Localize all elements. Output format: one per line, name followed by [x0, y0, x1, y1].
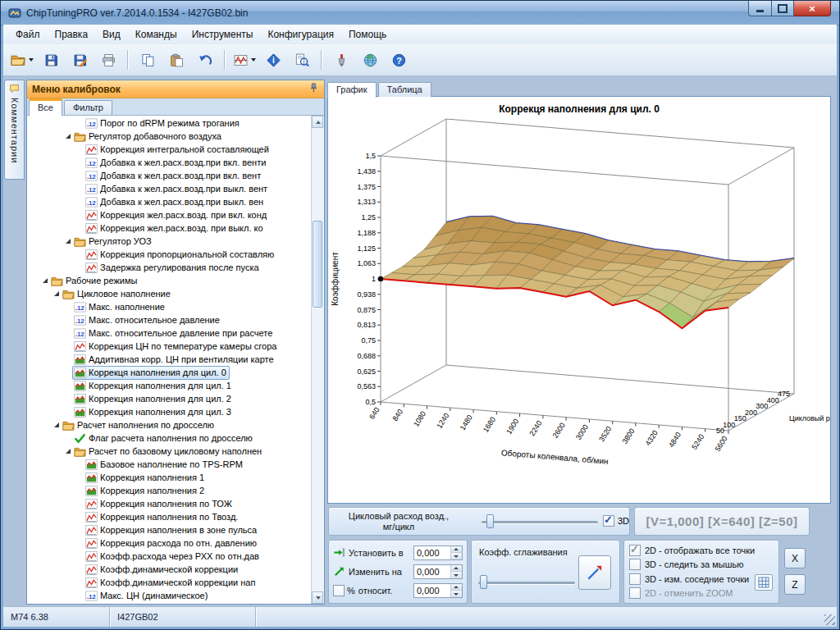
expand-arrow-icon[interactable] [52, 422, 61, 427]
tree-item[interactable]: Коррекция наполнения по ТОЖ [27, 497, 312, 510]
tab-график[interactable]: График [327, 82, 377, 98]
option-checkbox[interactable]: 2D - отображать все точки [629, 543, 774, 558]
tree-item[interactable]: .12Макс. ЦН (динамическое) [27, 589, 312, 602]
smoothing-slider[interactable] [478, 575, 575, 590]
menu-item[interactable]: Команды [128, 26, 185, 43]
tree-item[interactable]: Коррекция наполнения по Твозд. [27, 510, 312, 523]
oscillogram-button[interactable] [231, 48, 258, 71]
tree-item[interactable]: .12Макс. относительное давление при расч… [27, 326, 312, 340]
neighbor-points-grid-button[interactable] [755, 574, 773, 591]
surface-chart[interactable]: 0,50,5630,6250,6880,750,8130,8750,93811,… [328, 97, 830, 503]
tree-item[interactable]: Расчет наполнения по дросселю [27, 418, 312, 431]
percent-value[interactable]: 0,000 [414, 584, 450, 597]
spin-up[interactable] [451, 546, 462, 554]
internet-button[interactable] [356, 48, 384, 71]
change-by-value[interactable]: 0,000 [414, 565, 450, 578]
tree-item[interactable]: Коррекция пропорциональной составляю [27, 248, 312, 261]
title-bar[interactable]: ChipTuningPRO ver.7.2014.0.1534 - I427GB… [1, 1, 839, 25]
menu-item[interactable]: Файл [8, 26, 48, 43]
x-axis-button[interactable]: X [784, 548, 806, 568]
tree-item[interactable]: Цикловое наполнение [27, 287, 312, 300]
info-button[interactable]: i [259, 48, 287, 71]
tools-button[interactable] [327, 48, 355, 71]
dropdown-arrow-icon[interactable] [29, 58, 34, 62]
option-checkbox[interactable]: 2D - отменить ZOOM [629, 587, 774, 601]
tree-item[interactable]: .12Добавка к жел.расх.возд.при выкл. вен… [27, 182, 312, 195]
paste-button[interactable] [162, 48, 190, 71]
tree-item[interactable]: Коррекция наполнения в зоне пульса [27, 523, 312, 536]
comments-side-tab[interactable]: Комментарии [4, 80, 25, 180]
tree-item[interactable]: Коррекция наполнения для цил. 1 [27, 379, 312, 392]
save-as-button[interactable] [66, 48, 94, 71]
expand-arrow-icon[interactable] [52, 291, 61, 296]
tree-item[interactable]: .12Добавка к жел.расх.возд.при вкл. вент [27, 169, 312, 182]
menu-item[interactable]: Вид [95, 26, 128, 43]
tree-item[interactable]: Коэфф.динамической коррекции нап [27, 576, 312, 589]
tree-item[interactable]: Коэфф.динамической коррекции [27, 563, 312, 576]
spin-down[interactable] [451, 591, 462, 597]
tree-item[interactable]: Базовое наполнение по TPS-RPM [27, 458, 312, 471]
tab-все[interactable]: Все [29, 98, 62, 116]
tree-item[interactable]: .12Порог по dRPM режима трогания [27, 116, 312, 130]
tree-item[interactable]: Коррекция наполнения для цил. 3 [27, 405, 312, 418]
open-file-button[interactable] [8, 48, 36, 71]
percent-spinner[interactable]: 0,000 [413, 583, 463, 598]
menu-item[interactable]: Инструменты [185, 26, 261, 43]
tree-item[interactable]: Коррекция наполнения 1 [27, 471, 312, 484]
tree-item[interactable]: Коррекция наполнения для цил. 2 [27, 392, 312, 405]
expand-arrow-icon[interactable] [63, 134, 72, 139]
tree-item[interactable]: .12Макс. наполнение [27, 300, 312, 313]
tree-scrollbar[interactable] [311, 116, 324, 604]
tree-item[interactable]: Регулятор добавочного воздуха [27, 130, 312, 143]
undo-button[interactable] [191, 48, 219, 71]
menu-item[interactable]: Правка [48, 26, 96, 43]
expand-arrow-icon[interactable] [40, 278, 49, 283]
checkbox-box[interactable] [629, 545, 641, 556]
option-checkbox[interactable]: 3D - изм. соседние точки [629, 572, 774, 587]
dropdown-arrow-icon[interactable] [251, 58, 256, 62]
tab-таблица[interactable]: Таблица [378, 82, 431, 97]
pin-icon[interactable] [308, 82, 319, 97]
save-file-button[interactable] [37, 48, 65, 71]
checkbox-box[interactable] [629, 573, 641, 585]
tree-item[interactable]: Рабочие режимы [27, 274, 312, 287]
menu-item[interactable]: Помощь [341, 26, 394, 43]
tab-фильтр[interactable]: Фильтр [64, 100, 112, 115]
tree-item[interactable]: Коррекция жел.расх.возд. при вкл. конд [27, 208, 312, 221]
tree-item[interactable]: .12Добавка к жел.расх.возд.при выкл. вен [27, 195, 312, 208]
tree-item[interactable]: .12Добавка к жел.расх.возд.при вкл. вент… [27, 156, 312, 169]
slider-thumb[interactable] [486, 514, 494, 528]
resize-grip[interactable] [824, 614, 835, 625]
tree-item[interactable]: Коррекця наполнения для цил. 0 [27, 366, 312, 379]
set-to-spinner[interactable]: 0,000 [413, 546, 463, 560]
tree-item[interactable]: Коррекция жел.расх.возд. при выкл. ко [27, 221, 312, 235]
tree-item[interactable]: Коэфф.расхода через РХХ по отн.дав [27, 550, 312, 563]
copy-button[interactable] [134, 48, 162, 71]
expand-arrow-icon[interactable] [63, 239, 72, 244]
zoom-search-button[interactable] [288, 48, 316, 71]
spin-up[interactable] [451, 565, 462, 573]
apply-smoothing-button[interactable] [578, 555, 611, 590]
tree-item[interactable]: Флаг расчета наполнения по дросселю [27, 431, 312, 445]
tree-item[interactable]: Регулятор УОЗ [27, 235, 312, 248]
change-by-spinner[interactable]: 0,000 [413, 564, 463, 579]
tree-item[interactable]: Аддитивная корр. ЦН при вентиляции карте [27, 353, 312, 366]
expand-arrow-icon[interactable] [63, 449, 72, 454]
option-checkbox[interactable]: 3D - следить за мышью [629, 558, 774, 573]
tree-item[interactable]: .12Макс. относительное давление [27, 313, 312, 326]
spin-up[interactable] [451, 584, 462, 591]
checkbox-box[interactable] [629, 587, 641, 599]
spin-down[interactable] [451, 553, 462, 559]
menu-item[interactable]: Конфигурация [260, 26, 341, 43]
set-to-value[interactable]: 0,000 [414, 546, 450, 559]
scrollbar-thumb[interactable] [313, 221, 322, 308]
minimize-button[interactable] [748, 1, 772, 16]
spin-down[interactable] [451, 572, 462, 578]
tree-item[interactable]: Расчет по базовому цикловому наполнен [27, 445, 312, 458]
maximize-button[interactable] [772, 1, 794, 16]
z-axis-button[interactable]: Z [784, 574, 806, 595]
tree-item[interactable]: Коррекция расхода по отн. давлению [27, 536, 312, 550]
scroll-down-arrow[interactable] [312, 591, 323, 604]
slider-thumb[interactable] [480, 575, 487, 589]
checkbox-3d[interactable]: 3D [603, 515, 629, 527]
